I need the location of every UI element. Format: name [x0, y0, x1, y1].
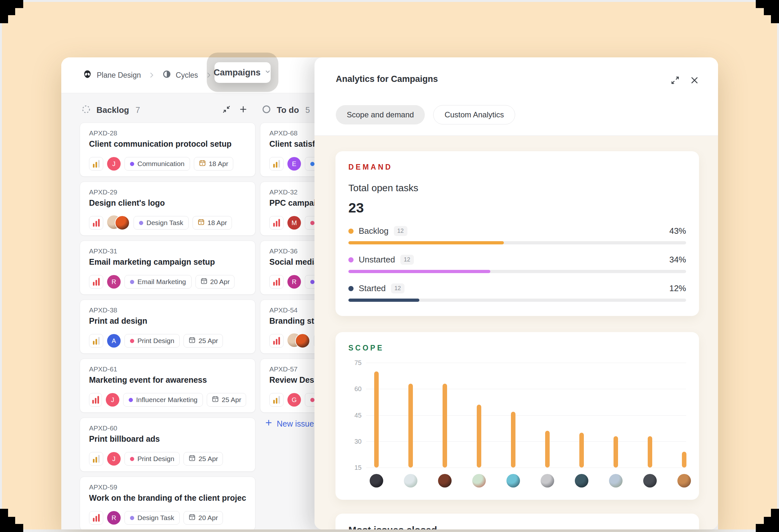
label-dot-icon	[130, 516, 134, 520]
assignee-avatar[interactable]: E	[287, 157, 301, 171]
chart-bar	[477, 405, 481, 468]
due-date-chip[interactable]: 18 Apr	[193, 216, 232, 229]
label-chip[interactable]: Communication	[124, 157, 190, 171]
demand-row: Backlog1243%	[348, 226, 686, 245]
issue-card[interactable]: APXD-60Print billboard adsJPrint Design2…	[80, 417, 255, 472]
chart-bar	[545, 431, 550, 468]
issue-title: Marketing event for awareness	[89, 375, 246, 385]
priority-chip[interactable]	[89, 157, 103, 171]
column-tools	[222, 105, 248, 115]
due-date-chip[interactable]: 25 Apr	[184, 334, 223, 347]
issue-card[interactable]: APXD-59Work on the branding of the clien…	[80, 476, 255, 529]
label-dot-icon	[310, 162, 314, 166]
label-chip[interactable]: Influencer Marketing	[123, 393, 203, 407]
analytics-tabs: Scope and demand Custom Analytics	[336, 105, 515, 124]
assignees: R	[107, 275, 121, 288]
chart-gridline	[366, 442, 686, 442]
progress-fill	[348, 298, 419, 302]
column-count: 7	[135, 106, 140, 115]
label-chip[interactable]: Design Task	[124, 511, 180, 525]
member-avatar	[541, 474, 554, 487]
assignees: J	[107, 452, 121, 466]
priority-chip[interactable]	[269, 275, 284, 288]
add-issue-icon[interactable]	[239, 105, 248, 115]
priority-chip[interactable]	[89, 452, 103, 466]
issue-chips: JInfluencer Marketing25 Apr	[89, 393, 246, 407]
priority-chip[interactable]	[269, 216, 284, 229]
crop-mark	[755, 0, 779, 24]
collapse-column-icon[interactable]	[222, 105, 231, 115]
assignee-avatar[interactable]: R	[107, 511, 121, 525]
label-text: Design Task	[137, 514, 174, 522]
label-text: Design Task	[146, 219, 183, 227]
due-date-chip[interactable]: 18 Apr	[194, 157, 233, 171]
priority-chip[interactable]	[89, 216, 103, 229]
label-chip[interactable]: Print Design	[124, 452, 180, 466]
due-date-chip[interactable]: 20 Apr	[184, 511, 223, 525]
chart-bar	[613, 436, 618, 468]
member-avatar	[438, 474, 452, 487]
chevron-down-icon	[264, 68, 272, 78]
chart-gridline	[366, 389, 686, 389]
chart-y-tick-label: 45	[347, 411, 362, 419]
chart-bar	[579, 433, 584, 468]
member-avatar	[370, 474, 383, 487]
priority-chip[interactable]	[269, 157, 284, 171]
state-percent: 43%	[669, 226, 686, 236]
chart-bar	[511, 412, 516, 468]
assignees: R	[107, 511, 121, 525]
priority-chip[interactable]	[89, 334, 103, 347]
label-dot-icon	[130, 339, 134, 343]
label-chip[interactable]: Email Marketing	[124, 275, 192, 288]
tab-scope-and-demand[interactable]: Scope and demand	[336, 105, 425, 124]
member-avatar	[472, 474, 486, 487]
assignee-avatar[interactable]: A	[107, 334, 121, 347]
issue-card[interactable]: APXD-29Design client's logoDesign Task18…	[80, 182, 255, 236]
issue-card[interactable]: APXD-28Client communication protocol set…	[80, 123, 255, 177]
priority-chip[interactable]	[89, 511, 103, 525]
assignee-avatar[interactable]: R	[107, 275, 121, 288]
column-title: To do	[277, 105, 299, 115]
due-date-chip[interactable]: 25 Apr	[207, 393, 246, 407]
assignee-avatar[interactable]: J	[107, 452, 121, 466]
issue-card[interactable]: APXD-31Email marketing campaign setupREm…	[80, 241, 255, 295]
tab-custom-analytics[interactable]: Custom Analytics	[433, 105, 515, 124]
close-icon[interactable]	[690, 75, 699, 86]
assignee-avatar[interactable]: G	[287, 393, 301, 407]
progress-fill	[348, 241, 504, 245]
breadcrumb-cycles[interactable]: Cycles	[162, 70, 198, 81]
chart-bar	[442, 384, 447, 468]
campaigns-dropdown[interactable]: Campaigns	[215, 62, 271, 83]
expand-icon[interactable]	[670, 75, 680, 86]
assignee-avatar-photo[interactable]	[115, 215, 130, 230]
assignees: G	[287, 393, 301, 407]
state-dot-icon	[348, 286, 354, 291]
assignee-avatar-photo[interactable]	[295, 333, 310, 348]
priority-chip[interactable]	[89, 393, 102, 407]
priority-chip[interactable]	[269, 393, 284, 407]
state-name: Started	[359, 283, 386, 293]
assignee-avatar[interactable]: M	[287, 216, 301, 229]
issue-title: Print ad design	[89, 316, 246, 326]
priority-chip[interactable]	[89, 275, 103, 288]
demand-section-label: DEMAND	[348, 163, 686, 172]
due-date-text: 25 Apr	[198, 337, 218, 345]
total-open-tasks-label: Total open tasks	[348, 183, 686, 193]
assignee-avatar[interactable]: J	[106, 393, 119, 407]
due-date-text: 18 Apr	[209, 160, 228, 168]
assignee-avatar[interactable]: R	[287, 275, 301, 288]
issue-card[interactable]: APXD-38Print ad designAPrint Design25 Ap…	[80, 300, 255, 354]
demand-rows: Backlog1243%Unstarted1234%Started1212%	[348, 226, 686, 302]
due-date-chip[interactable]: 25 Apr	[184, 452, 223, 466]
chart-y-tick-label: 15	[347, 464, 362, 471]
issue-card[interactable]: APXD-61Marketing event for awarenessJInf…	[80, 358, 255, 413]
label-chip[interactable]: Print Design	[124, 334, 180, 347]
due-date-chip[interactable]: 20 Apr	[195, 275, 235, 288]
breadcrumb-project-label: Plane Design	[97, 71, 141, 80]
label-chip[interactable]: Design Task	[133, 216, 189, 229]
breadcrumb-project[interactable]: Plane Design	[82, 69, 141, 81]
assignee-avatar[interactable]: J	[107, 157, 121, 171]
priority-chip[interactable]	[269, 334, 284, 347]
label-text: Print Design	[137, 455, 174, 463]
issue-chips: APrint Design25 Apr	[89, 334, 246, 347]
